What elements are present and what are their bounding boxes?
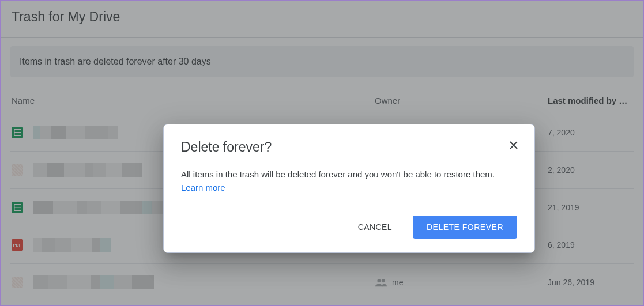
pdf-file-icon: PDF [12, 239, 23, 251]
generic-file-icon [12, 164, 23, 176]
table-row[interactable]: meJun 26, 2019 [10, 264, 634, 301]
column-header-name[interactable]: Name [12, 96, 375, 105]
redacted-filename [33, 238, 111, 252]
dialog-actions: CANCEL DELETE FOREVER [181, 216, 517, 239]
generic-file-icon [12, 277, 23, 288]
file-modified: 7, 2020 [548, 128, 634, 137]
file-owner: me [392, 278, 403, 287]
sheets-file-icon [12, 127, 23, 138]
dialog-header: Delete forever? [181, 139, 517, 155]
redacted-filename [33, 201, 165, 214]
delete-forever-dialog: Delete forever? All items in the trash w… [163, 124, 535, 253]
file-modified: 6, 2019 [548, 240, 634, 250]
divider [1, 37, 643, 38]
learn-more-link[interactable]: Learn more [181, 183, 225, 192]
file-modified: 21, 2019 [548, 203, 634, 212]
dialog-body-text: All items in the trash will be deleted f… [181, 169, 495, 179]
page-title: Trash for My Drive [10, 9, 634, 25]
delete-forever-button[interactable]: DELETE FOREVER [413, 216, 517, 239]
redacted-filename [33, 163, 142, 177]
redacted-filename [33, 126, 118, 139]
svg-point-1 [382, 279, 385, 282]
dialog-body: All items in the trash will be deleted f… [181, 168, 517, 195]
file-owner-cell: me [375, 278, 548, 287]
file-modified: Jun 26, 2019 [548, 278, 634, 287]
table-header: Name Owner Last modified by … [10, 77, 634, 114]
file-name-cell [12, 275, 375, 289]
file-modified: 2, 2020 [548, 165, 634, 175]
sheets-file-icon [12, 202, 23, 213]
dialog-title: Delete forever? [181, 139, 272, 155]
column-header-owner[interactable]: Owner [375, 96, 548, 105]
redacted-filename [33, 275, 154, 289]
svg-point-0 [377, 279, 381, 282]
cancel-button[interactable]: CANCEL [356, 218, 394, 236]
info-banner: Items in trash are deleted forever after… [10, 46, 634, 77]
close-icon[interactable] [507, 138, 521, 152]
shared-icon [375, 278, 387, 287]
column-header-modified[interactable]: Last modified by … [548, 96, 634, 105]
